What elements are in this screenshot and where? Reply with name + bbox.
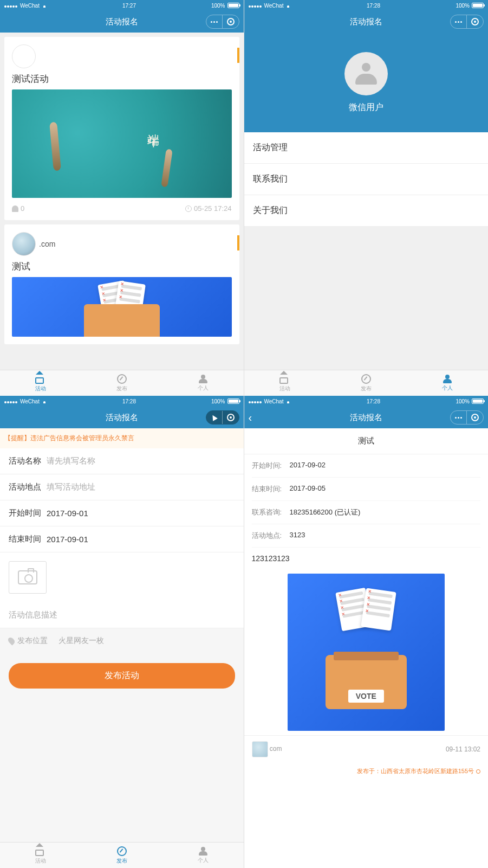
publisher-name: com <box>270 745 282 753</box>
username: 微信用户 <box>349 102 383 113</box>
more-icon <box>211 21 218 23</box>
capsule-close-button[interactable] <box>467 15 483 29</box>
back-button[interactable]: ‹ <box>249 412 252 424</box>
activity-image <box>288 574 445 731</box>
capsule-more-button[interactable] <box>451 15 467 29</box>
user-icon <box>12 205 18 212</box>
carrier-label: WeChat <box>264 398 284 404</box>
activity-name-field[interactable]: 活动名称请先填写名称 <box>0 448 244 474</box>
person-icon <box>199 847 207 856</box>
pin-icon <box>7 636 16 646</box>
person-icon <box>443 375 452 383</box>
participant-count: 0 <box>21 204 24 213</box>
capsule-close-button[interactable] <box>223 15 239 29</box>
nav-header: ‹ 活动报名 <box>244 407 489 428</box>
card-title: 测试活动 <box>12 73 232 85</box>
page-title: 活动报名 <box>106 17 138 27</box>
target-icon <box>471 414 479 421</box>
image-upload-button[interactable] <box>9 561 47 594</box>
target-icon <box>471 18 479 25</box>
tab-publish[interactable]: 发布 <box>81 370 162 396</box>
battery-icon <box>227 398 239 404</box>
publish-address: 发布于：山西省太原市杏花岭区新建路155号 <box>244 763 489 780</box>
card-time: 05-25 17:24 <box>194 204 231 213</box>
status-time: 17:28 <box>122 398 136 404</box>
tab-activity[interactable]: 活动 <box>0 370 81 396</box>
location-arrow-icon <box>210 414 218 421</box>
status-bar: WeChat 17:28 100% <box>244 0 489 11</box>
user-avatar[interactable] <box>344 52 388 95</box>
tab-publish[interactable]: 发布 <box>81 843 162 868</box>
capsule-location-button[interactable] <box>206 410 223 425</box>
compass-icon <box>361 374 371 384</box>
tab-bar: 活动 发布 个人 <box>0 842 244 868</box>
capsule-menu <box>450 15 484 29</box>
location-input: 填写活动地址 <box>47 482 95 492</box>
tab-activity[interactable]: 活动 <box>0 843 81 868</box>
page-title: 活动报名 <box>350 17 382 27</box>
publisher-footer: com 09-11 13:02 <box>244 735 489 763</box>
start-time-field[interactable]: 开始时间2017-09-01 <box>0 500 244 526</box>
publish-time: 09-11 13:02 <box>446 745 480 753</box>
signal-dots-icon <box>4 398 18 404</box>
pin-icon <box>476 769 480 774</box>
more-icon <box>455 21 462 23</box>
detail-end-time: 结束时间:2017-09-05 <box>252 478 481 501</box>
menu-activity-manage[interactable]: 活动管理 <box>244 132 489 164</box>
status-bar: WeChat 17:27 100% <box>0 0 244 11</box>
card-image: 端午 <box>12 89 232 198</box>
publisher-name: .com <box>39 240 55 248</box>
clock-icon <box>185 205 192 212</box>
wifi-icon <box>285 399 291 403</box>
activity-card[interactable]: 测试活动 端午 0 05-25 17:24 <box>4 37 239 220</box>
activity-title: 测试 <box>244 428 489 454</box>
status-bar: WeChat 17:28 100% <box>0 396 244 407</box>
person-icon <box>355 63 377 85</box>
tab-personal[interactable]: 个人 <box>407 370 488 396</box>
capsule-close-button[interactable] <box>223 410 239 425</box>
tab-personal[interactable]: 个人 <box>162 843 244 868</box>
tab-bar: 活动 发布 个人 <box>244 370 489 396</box>
carrier-label: WeChat <box>264 3 284 9</box>
publish-activity-button[interactable]: 发布活动 <box>9 663 235 689</box>
screen-profile: WeChat 17:28 100% 活动报名 微信用户 活动管理 联系我们 关于… <box>244 0 489 396</box>
publish-location-field[interactable]: 发布位置 火星网友一枚 <box>0 628 244 653</box>
carrier-label: WeChat <box>20 398 40 404</box>
tab-bar: 活动 发布 个人 <box>0 370 244 396</box>
page-title: 活动报名 <box>350 413 382 423</box>
card-image <box>12 277 232 337</box>
page-title: 活动报名 <box>106 413 138 423</box>
battery-label: 100% <box>456 398 470 404</box>
target-icon <box>227 414 235 421</box>
tab-activity[interactable]: 活动 <box>244 370 326 396</box>
screen-publish-form: WeChat 17:28 100% 活动报名 【提醒】违法广告信息将会被管理员永… <box>0 396 244 868</box>
menu-about-us[interactable]: 关于我们 <box>244 195 489 227</box>
description-input[interactable]: 活动信息描述 <box>0 602 244 628</box>
avatar <box>12 232 36 256</box>
nav-header: 活动报名 <box>244 11 489 33</box>
banner-text: 端午 <box>145 124 161 128</box>
warning-banner: 【提醒】违法广告信息将会被管理员永久禁言 <box>0 428 244 448</box>
battery-label: 100% <box>456 3 470 9</box>
capsule-more-button[interactable] <box>451 410 467 425</box>
activity-description: 123123123 <box>244 548 489 569</box>
activity-card[interactable]: .com 测试 <box>4 224 239 344</box>
person-icon <box>199 375 207 383</box>
tab-personal[interactable]: 个人 <box>162 370 244 396</box>
publish-location-value: 火星网友一枚 <box>58 636 104 646</box>
activity-location-field[interactable]: 活动地点填写活动地址 <box>0 474 244 500</box>
avatar <box>12 44 36 68</box>
menu-contact-us[interactable]: 联系我们 <box>244 164 489 195</box>
end-time-value: 2017-09-01 <box>47 535 88 544</box>
capsule-close-button[interactable] <box>467 410 483 425</box>
compass-icon <box>117 374 127 384</box>
camera-icon <box>18 570 37 584</box>
tab-publish[interactable]: 发布 <box>326 370 407 396</box>
end-time-field[interactable]: 结束时间2017-09-01 <box>0 526 244 552</box>
vote-box-graphic <box>326 655 407 709</box>
screen-activity-list: WeChat 17:27 100% 活动报名 测试活动 端午 0 05-25 1… <box>0 0 244 396</box>
capsule-more-button[interactable] <box>206 15 223 29</box>
status-badge <box>237 235 239 250</box>
screen-activity-detail: WeChat 17:28 100% ‹ 活动报名 测试 开始时间:2017-09… <box>244 396 489 868</box>
signal-dots-icon <box>249 3 262 9</box>
